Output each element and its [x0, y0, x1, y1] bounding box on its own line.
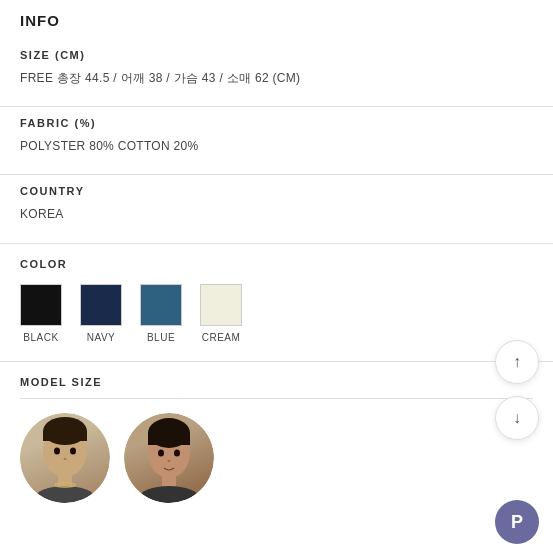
fabric-label: FABRIC (%): [20, 117, 533, 129]
info-heading: INFO: [0, 0, 553, 39]
country-label: COUNTRY: [20, 185, 533, 197]
swatch-box-blue: [140, 284, 182, 326]
size-label: SIZE (CM): [20, 49, 533, 61]
color-swatch-navy[interactable]: NAVY: [80, 284, 122, 343]
swatch-box-cream: [200, 284, 242, 326]
size-value: FREE 총장 44.5 / 어깨 38 / 가슴 43 / 소매 62 (CM…: [20, 69, 533, 88]
color-label: COLOR: [20, 258, 533, 270]
swatch-box-black: [20, 284, 62, 326]
swatch-name-blue: BLUE: [147, 332, 175, 343]
scroll-up-button[interactable]: ↑: [495, 340, 539, 384]
country-section: COUNTRY KOREA: [0, 175, 553, 243]
model-avatars: [20, 413, 533, 503]
scroll-down-icon: ↓: [513, 410, 521, 426]
svg-rect-2: [43, 431, 87, 441]
svg-point-5: [54, 447, 60, 454]
svg-point-4: [35, 486, 95, 503]
svg-point-15: [174, 449, 180, 456]
fabric-value: POLYSTER 80% COTTON 20%: [20, 137, 533, 156]
avatar-1[interactable]: [20, 413, 110, 503]
svg-point-14: [158, 449, 164, 456]
p-label: P: [511, 512, 523, 533]
color-swatch-blue[interactable]: BLUE: [140, 284, 182, 343]
swatch-name-cream: CREAM: [202, 332, 241, 343]
color-swatch-cream[interactable]: CREAM: [200, 284, 242, 343]
svg-point-7: [64, 458, 67, 460]
color-swatch-black[interactable]: BLACK: [20, 284, 62, 343]
svg-rect-11: [148, 433, 190, 445]
color-swatches: BLACKNAVYBLUECREAM: [20, 284, 533, 343]
svg-point-13: [139, 486, 199, 503]
swatch-name-black: BLACK: [23, 332, 58, 343]
country-value: KOREA: [20, 205, 533, 224]
svg-point-16: [168, 460, 171, 462]
model-size-section: MODEL SIZE: [0, 362, 553, 513]
svg-point-6: [70, 447, 76, 454]
fabric-section: FABRIC (%) POLYSTER 80% COTTON 20%: [0, 107, 553, 175]
color-section: COLOR BLACKNAVYBLUECREAM: [0, 244, 553, 362]
size-section: SIZE (CM) FREE 총장 44.5 / 어깨 38 / 가슴 43 /…: [0, 39, 553, 107]
avatar-2[interactable]: [124, 413, 214, 503]
scroll-up-icon: ↑: [513, 354, 521, 370]
scroll-down-button[interactable]: ↓: [495, 396, 539, 440]
swatch-box-navy: [80, 284, 122, 326]
swatch-name-navy: NAVY: [87, 332, 116, 343]
model-size-label: MODEL SIZE: [20, 376, 533, 399]
p-button[interactable]: P: [495, 500, 539, 544]
